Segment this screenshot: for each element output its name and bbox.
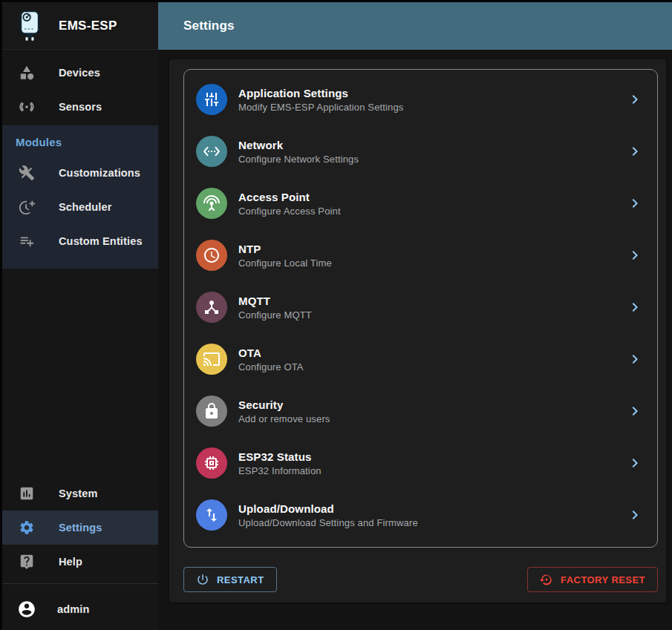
- sidebar-item-sensors[interactable]: Sensors: [2, 90, 158, 124]
- sidebar-item-label: Settings: [59, 522, 102, 534]
- row-subtitle: ESP32 Information: [238, 465, 322, 476]
- import-export-icon: [196, 499, 227, 531]
- settings-row-ntp[interactable]: NTP Configure Local Time: [184, 229, 657, 281]
- appbar: Settings: [158, 2, 672, 50]
- settings-row-application-settings[interactable]: Application Settings Modify EMS-ESP Appl…: [184, 73, 657, 125]
- row-subtitle: Configure Local Time: [238, 257, 332, 269]
- sidebar-item-label: Custom Entities: [59, 235, 143, 247]
- antenna-icon: [196, 188, 227, 219]
- chip-icon: [196, 447, 227, 479]
- settings-card: Application Settings Modify EMS-ESP Appl…: [183, 69, 658, 548]
- tools-icon: [19, 165, 35, 181]
- chevron-right-icon: [626, 142, 644, 160]
- row-title: MQTT: [238, 295, 312, 307]
- chevron-right-icon: [626, 246, 644, 264]
- clock-plus-icon: [19, 199, 35, 215]
- settings-row-ota[interactable]: OTA Configure OTA: [184, 333, 657, 385]
- main-area: Application Settings Modify EMS-ESP Appl…: [158, 50, 672, 630]
- settings-row-network[interactable]: Network Configure Network Settings: [184, 125, 657, 177]
- row-title: OTA: [238, 347, 304, 359]
- actions-bar: RESTART FACTORY RESET: [183, 567, 658, 592]
- category-icon: [19, 65, 35, 81]
- sidebar: EMS-ESP Devices Sensors Modules Customiz…: [2, 2, 158, 630]
- sidebar-item-custom-entities[interactable]: Custom Entities: [2, 224, 158, 258]
- app-logo-block: EMS-ESP: [2, 2, 158, 50]
- row-subtitle: Modify EMS-ESP Application Settings: [238, 102, 404, 113]
- sensors-icon: [19, 99, 35, 115]
- backup-restore-icon: [540, 573, 553, 586]
- chevron-right-icon: [626, 350, 644, 368]
- row-title: Security: [238, 398, 330, 411]
- page-title: Settings: [183, 19, 235, 33]
- account-circle-icon: [17, 600, 36, 619]
- bar-chart-icon: [19, 485, 35, 502]
- app-root: EMS-ESP Devices Sensors Modules Customiz…: [0, 0, 672, 630]
- sidebar-item-devices[interactable]: Devices: [2, 56, 158, 90]
- clock-icon: [196, 240, 227, 271]
- boiler-icon: [16, 10, 44, 42]
- sidebar-item-help[interactable]: Help: [2, 545, 158, 579]
- row-title: NTP: [238, 243, 332, 255]
- playlist-add-icon: [19, 233, 35, 249]
- sidebar-item-label: Help: [59, 556, 82, 568]
- settings-row-security[interactable]: Security Add or remove users: [184, 385, 657, 437]
- sidebar-item-label: System: [59, 488, 98, 499]
- ethernet-icon: [196, 136, 227, 167]
- sidebar-divider: [2, 583, 158, 584]
- sidebar-item-label: Devices: [59, 67, 100, 79]
- restart-button[interactable]: RESTART: [183, 567, 277, 592]
- chevron-right-icon: [626, 91, 644, 108]
- sidebar-user-admin[interactable]: admin: [2, 588, 158, 630]
- tune-icon: [196, 84, 227, 115]
- chevron-right-icon: [626, 506, 644, 524]
- row-title: Upload/Download: [238, 502, 418, 515]
- sidebar-item-scheduler[interactable]: Scheduler: [2, 190, 158, 224]
- app-title: EMS-ESP: [59, 19, 117, 33]
- row-subtitle: Configure Access Point: [238, 206, 341, 217]
- chevron-right-icon: [626, 454, 644, 472]
- lock-icon: [196, 396, 227, 427]
- restart-button-label: RESTART: [217, 574, 264, 585]
- settings-row-mqtt[interactable]: MQTT Configure MQTT: [184, 281, 657, 333]
- sidebar-item-label: Customizations: [59, 167, 140, 179]
- settings-row-upload-download[interactable]: Upload/Download Upload/Download Settings…: [184, 489, 657, 541]
- content-column: Settings Application Settings Modify EMS…: [158, 2, 672, 630]
- row-subtitle: Add or remove users: [238, 413, 330, 424]
- chevron-right-icon: [626, 194, 644, 212]
- settings-panel: Application Settings Modify EMS-ESP Appl…: [169, 59, 666, 603]
- sidebar-item-settings[interactable]: Settings: [2, 511, 158, 545]
- row-subtitle: Configure OTA: [238, 361, 304, 373]
- power-icon: [196, 573, 209, 586]
- modules-section-header: Modules: [2, 136, 158, 148]
- chevron-right-icon: [626, 298, 644, 316]
- sidebar-item-customizations[interactable]: Customizations: [2, 156, 158, 190]
- factory-reset-button-label: FACTORY RESET: [561, 574, 645, 585]
- settings-row-access-point[interactable]: Access Point Configure Access Point: [184, 177, 657, 229]
- chevron-right-icon: [626, 402, 644, 420]
- row-subtitle: Upload/Download Settings and Firmware: [238, 517, 418, 528]
- cast-icon: [196, 344, 227, 375]
- row-title: Application Settings: [238, 87, 404, 99]
- gear-icon: [19, 519, 35, 536]
- settings-row-esp32-status[interactable]: ESP32 Status ESP32 Information: [184, 437, 657, 489]
- factory-reset-button[interactable]: FACTORY RESET: [527, 567, 658, 592]
- device-hub-icon: [196, 292, 227, 323]
- row-title: ESP32 Status: [238, 450, 322, 463]
- sidebar-item-label: Sensors: [59, 101, 102, 113]
- live-help-icon: [19, 554, 35, 570]
- user-label: admin: [57, 603, 89, 615]
- row-title: Network: [238, 139, 359, 151]
- row-subtitle: Configure Network Settings: [238, 154, 359, 165]
- sidebar-modules-section: Modules Customizations Scheduler Custom …: [2, 125, 158, 269]
- row-subtitle: Configure MQTT: [238, 309, 312, 321]
- sidebar-item-label: Scheduler: [59, 201, 111, 213]
- row-title: Access Point: [238, 191, 341, 203]
- sidebar-item-system[interactable]: System: [2, 476, 158, 511]
